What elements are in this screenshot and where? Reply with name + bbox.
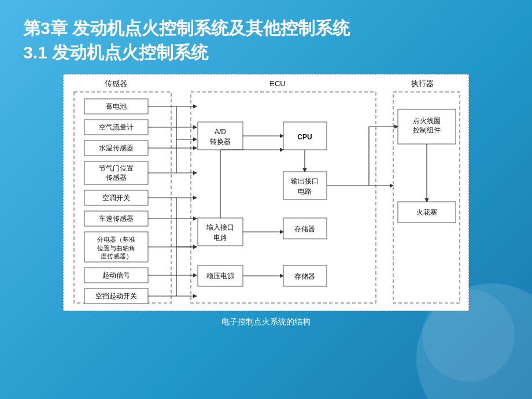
spark-plug: 火花塞 (416, 208, 437, 216)
sensor-throttle: 节气门位置 (99, 164, 134, 172)
sensor-speed: 车速传感器 (99, 215, 134, 223)
sensor-airflow: 空气流量计 (99, 123, 134, 131)
memory1: 存储器 (294, 225, 315, 233)
cpu-box: CPU (297, 133, 312, 141)
coil-control2: 控制组件 (413, 126, 441, 134)
coil-control: 点火线圈 (413, 117, 441, 125)
input-interface2: 电路 (213, 234, 227, 242)
sensor-water-temp: 水温传感器 (99, 144, 134, 152)
sensor-neutral: 空挡起动开关 (95, 292, 137, 300)
diagram: text { font-family: 'SimSun', 'Microsoft… (63, 74, 469, 311)
output-interface2: 电路 (298, 187, 312, 195)
slide-title: 第3章 发动机点火控制系统及其他控制系统 3.1 发动机点火控制系统 (23, 16, 509, 65)
sensor-ac: 空调开关 (102, 194, 130, 202)
sensor-start: 起动信号 (102, 271, 130, 279)
memory2: 存储器 (294, 272, 315, 280)
sensor-throttle2: 传感器 (106, 173, 127, 182)
ecu-label: ECU (269, 79, 285, 88)
sensor-battery: 蓄电池 (106, 102, 127, 110)
exec-label: 执行器 (411, 79, 434, 88)
sensor-dist3: 度传感器） (101, 253, 132, 260)
diagram-caption: 电子控制点火系统的结构 (23, 317, 509, 327)
sensor-dist2: 位置与曲轴角 (97, 245, 135, 252)
voltage-reg: 稳压电源 (206, 272, 234, 280)
sensors-label: 传感器 (105, 79, 127, 88)
sensor-dist1: 分电器（基准 (97, 236, 135, 243)
output-interface: 输出接口 (291, 177, 319, 185)
ad-converter2: 转换器 (210, 138, 231, 146)
circuit-diagram-svg: text { font-family: 'SimSun', 'Microsoft… (64, 75, 468, 311)
ad-converter: A/D (215, 128, 226, 136)
input-interface: 输入接口 (206, 223, 234, 231)
